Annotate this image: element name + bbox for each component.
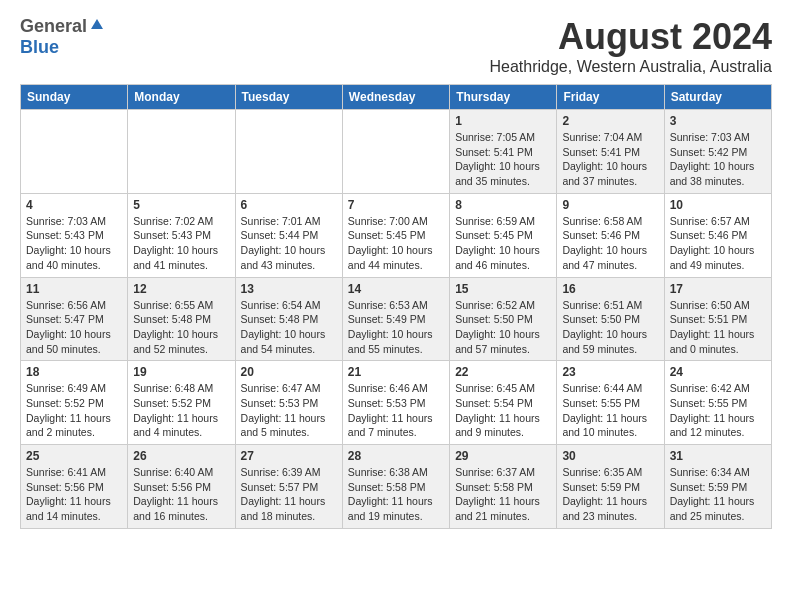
day-number: 15	[455, 282, 551, 296]
calendar-cell: 26Sunrise: 6:40 AM Sunset: 5:56 PM Dayli…	[128, 445, 235, 529]
day-info: Sunrise: 6:37 AM Sunset: 5:58 PM Dayligh…	[455, 465, 551, 524]
day-header-wednesday: Wednesday	[342, 85, 449, 110]
logo-icon	[89, 17, 105, 37]
calendar-cell: 31Sunrise: 6:34 AM Sunset: 5:59 PM Dayli…	[664, 445, 771, 529]
day-number: 3	[670, 114, 766, 128]
calendar-cell: 28Sunrise: 6:38 AM Sunset: 5:58 PM Dayli…	[342, 445, 449, 529]
day-number: 12	[133, 282, 229, 296]
calendar-cell: 16Sunrise: 6:51 AM Sunset: 5:50 PM Dayli…	[557, 277, 664, 361]
calendar-cell: 29Sunrise: 6:37 AM Sunset: 5:58 PM Dayli…	[450, 445, 557, 529]
calendar-cell: 11Sunrise: 6:56 AM Sunset: 5:47 PM Dayli…	[21, 277, 128, 361]
day-info: Sunrise: 6:34 AM Sunset: 5:59 PM Dayligh…	[670, 465, 766, 524]
day-number: 27	[241, 449, 337, 463]
day-info: Sunrise: 7:03 AM Sunset: 5:42 PM Dayligh…	[670, 130, 766, 189]
day-number: 20	[241, 365, 337, 379]
calendar-cell: 10Sunrise: 6:57 AM Sunset: 5:46 PM Dayli…	[664, 193, 771, 277]
day-info: Sunrise: 6:53 AM Sunset: 5:49 PM Dayligh…	[348, 298, 444, 357]
calendar-cell: 18Sunrise: 6:49 AM Sunset: 5:52 PM Dayli…	[21, 361, 128, 445]
calendar-week-row: 18Sunrise: 6:49 AM Sunset: 5:52 PM Dayli…	[21, 361, 772, 445]
day-info: Sunrise: 6:54 AM Sunset: 5:48 PM Dayligh…	[241, 298, 337, 357]
day-number: 5	[133, 198, 229, 212]
day-number: 31	[670, 449, 766, 463]
calendar-header-row: SundayMondayTuesdayWednesdayThursdayFrid…	[21, 85, 772, 110]
day-info: Sunrise: 7:02 AM Sunset: 5:43 PM Dayligh…	[133, 214, 229, 273]
header: General Blue August 2024 Heathridge, Wes…	[20, 16, 772, 76]
day-header-friday: Friday	[557, 85, 664, 110]
day-number: 2	[562, 114, 658, 128]
calendar: SundayMondayTuesdayWednesdayThursdayFrid…	[20, 84, 772, 529]
day-number: 26	[133, 449, 229, 463]
day-header-monday: Monday	[128, 85, 235, 110]
calendar-cell: 20Sunrise: 6:47 AM Sunset: 5:53 PM Dayli…	[235, 361, 342, 445]
day-header-sunday: Sunday	[21, 85, 128, 110]
day-info: Sunrise: 6:44 AM Sunset: 5:55 PM Dayligh…	[562, 381, 658, 440]
day-number: 14	[348, 282, 444, 296]
day-info: Sunrise: 6:46 AM Sunset: 5:53 PM Dayligh…	[348, 381, 444, 440]
day-number: 16	[562, 282, 658, 296]
calendar-cell: 1Sunrise: 7:05 AM Sunset: 5:41 PM Daylig…	[450, 110, 557, 194]
calendar-week-row: 1Sunrise: 7:05 AM Sunset: 5:41 PM Daylig…	[21, 110, 772, 194]
day-header-thursday: Thursday	[450, 85, 557, 110]
day-info: Sunrise: 6:49 AM Sunset: 5:52 PM Dayligh…	[26, 381, 122, 440]
day-info: Sunrise: 6:35 AM Sunset: 5:59 PM Dayligh…	[562, 465, 658, 524]
day-number: 1	[455, 114, 551, 128]
day-info: Sunrise: 6:59 AM Sunset: 5:45 PM Dayligh…	[455, 214, 551, 273]
logo-blue: Blue	[20, 37, 59, 57]
day-number: 24	[670, 365, 766, 379]
day-number: 30	[562, 449, 658, 463]
month-year: August 2024	[489, 16, 772, 58]
calendar-cell	[342, 110, 449, 194]
day-info: Sunrise: 6:45 AM Sunset: 5:54 PM Dayligh…	[455, 381, 551, 440]
day-info: Sunrise: 6:55 AM Sunset: 5:48 PM Dayligh…	[133, 298, 229, 357]
calendar-cell: 7Sunrise: 7:00 AM Sunset: 5:45 PM Daylig…	[342, 193, 449, 277]
calendar-cell: 24Sunrise: 6:42 AM Sunset: 5:55 PM Dayli…	[664, 361, 771, 445]
day-info: Sunrise: 6:56 AM Sunset: 5:47 PM Dayligh…	[26, 298, 122, 357]
logo-general: General	[20, 16, 87, 37]
day-info: Sunrise: 7:01 AM Sunset: 5:44 PM Dayligh…	[241, 214, 337, 273]
calendar-week-row: 4Sunrise: 7:03 AM Sunset: 5:43 PM Daylig…	[21, 193, 772, 277]
calendar-cell	[21, 110, 128, 194]
calendar-cell: 17Sunrise: 6:50 AM Sunset: 5:51 PM Dayli…	[664, 277, 771, 361]
calendar-cell: 12Sunrise: 6:55 AM Sunset: 5:48 PM Dayli…	[128, 277, 235, 361]
day-number: 7	[348, 198, 444, 212]
calendar-cell: 21Sunrise: 6:46 AM Sunset: 5:53 PM Dayli…	[342, 361, 449, 445]
day-info: Sunrise: 6:52 AM Sunset: 5:50 PM Dayligh…	[455, 298, 551, 357]
calendar-cell: 22Sunrise: 6:45 AM Sunset: 5:54 PM Dayli…	[450, 361, 557, 445]
day-info: Sunrise: 6:48 AM Sunset: 5:52 PM Dayligh…	[133, 381, 229, 440]
day-number: 17	[670, 282, 766, 296]
day-info: Sunrise: 7:03 AM Sunset: 5:43 PM Dayligh…	[26, 214, 122, 273]
location: Heathridge, Western Australia, Australia	[489, 58, 772, 76]
calendar-cell: 19Sunrise: 6:48 AM Sunset: 5:52 PM Dayli…	[128, 361, 235, 445]
calendar-cell: 14Sunrise: 6:53 AM Sunset: 5:49 PM Dayli…	[342, 277, 449, 361]
calendar-week-row: 11Sunrise: 6:56 AM Sunset: 5:47 PM Dayli…	[21, 277, 772, 361]
day-number: 25	[26, 449, 122, 463]
calendar-cell: 3Sunrise: 7:03 AM Sunset: 5:42 PM Daylig…	[664, 110, 771, 194]
day-number: 4	[26, 198, 122, 212]
day-info: Sunrise: 6:58 AM Sunset: 5:46 PM Dayligh…	[562, 214, 658, 273]
day-number: 21	[348, 365, 444, 379]
day-info: Sunrise: 6:40 AM Sunset: 5:56 PM Dayligh…	[133, 465, 229, 524]
day-number: 8	[455, 198, 551, 212]
day-number: 13	[241, 282, 337, 296]
day-info: Sunrise: 6:42 AM Sunset: 5:55 PM Dayligh…	[670, 381, 766, 440]
day-info: Sunrise: 6:57 AM Sunset: 5:46 PM Dayligh…	[670, 214, 766, 273]
day-number: 22	[455, 365, 551, 379]
calendar-cell: 13Sunrise: 6:54 AM Sunset: 5:48 PM Dayli…	[235, 277, 342, 361]
day-info: Sunrise: 6:50 AM Sunset: 5:51 PM Dayligh…	[670, 298, 766, 357]
calendar-cell: 27Sunrise: 6:39 AM Sunset: 5:57 PM Dayli…	[235, 445, 342, 529]
day-header-tuesday: Tuesday	[235, 85, 342, 110]
day-info: Sunrise: 7:00 AM Sunset: 5:45 PM Dayligh…	[348, 214, 444, 273]
logo: General Blue	[20, 16, 105, 58]
day-info: Sunrise: 6:39 AM Sunset: 5:57 PM Dayligh…	[241, 465, 337, 524]
day-info: Sunrise: 6:38 AM Sunset: 5:58 PM Dayligh…	[348, 465, 444, 524]
calendar-cell: 15Sunrise: 6:52 AM Sunset: 5:50 PM Dayli…	[450, 277, 557, 361]
day-info: Sunrise: 6:51 AM Sunset: 5:50 PM Dayligh…	[562, 298, 658, 357]
day-info: Sunrise: 6:47 AM Sunset: 5:53 PM Dayligh…	[241, 381, 337, 440]
day-info: Sunrise: 7:05 AM Sunset: 5:41 PM Dayligh…	[455, 130, 551, 189]
calendar-cell: 25Sunrise: 6:41 AM Sunset: 5:56 PM Dayli…	[21, 445, 128, 529]
calendar-week-row: 25Sunrise: 6:41 AM Sunset: 5:56 PM Dayli…	[21, 445, 772, 529]
calendar-cell: 23Sunrise: 6:44 AM Sunset: 5:55 PM Dayli…	[557, 361, 664, 445]
day-number: 10	[670, 198, 766, 212]
day-header-saturday: Saturday	[664, 85, 771, 110]
day-number: 19	[133, 365, 229, 379]
